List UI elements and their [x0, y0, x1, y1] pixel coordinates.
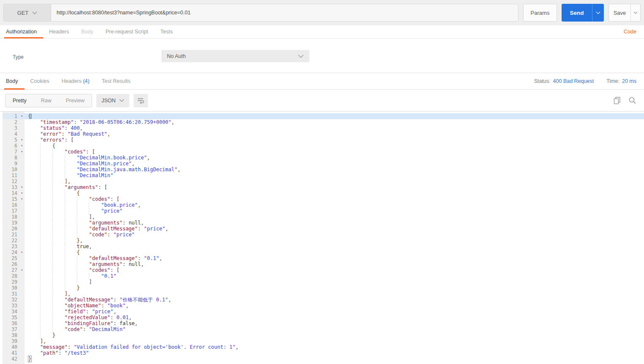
view-mode-group: Pretty Raw Preview	[5, 94, 92, 107]
line-number-gutter: 1▾2345▾6▾7▾8910111213▾14▾15▾161718192021…	[3, 112, 25, 364]
code-line: },	[25, 238, 644, 244]
code-line: "objectName": "book",	[25, 303, 644, 309]
tab-prerequest-script[interactable]: Pre-request Script	[106, 25, 148, 38]
code-line: "DecimalMin.book.price",	[25, 155, 644, 161]
code-line: "status": 400,	[25, 125, 644, 131]
send-button[interactable]: Send	[562, 4, 592, 22]
request-tabs: Authorization Headers Body Pre-request S…	[0, 25, 644, 38]
response-body-editor[interactable]: 1▾2345▾6▾7▾8910111213▾14▾15▾161718192021…	[0, 111, 644, 364]
code-line: {	[25, 113, 644, 119]
line-number: 25	[3, 255, 25, 261]
auth-type-value: No Auth	[167, 53, 186, 59]
line-number: 22	[3, 238, 25, 244]
wrap-text-icon	[137, 97, 145, 104]
params-button[interactable]: Params	[523, 4, 557, 22]
tab-authorization[interactable]: Authorization	[6, 25, 37, 38]
tab-tests[interactable]: Tests	[160, 25, 172, 38]
save-options-button[interactable]	[631, 4, 640, 21]
view-mode-preview[interactable]: Preview	[59, 94, 92, 107]
code-line: {	[25, 143, 644, 149]
search-icon[interactable]	[628, 96, 636, 104]
code-line: {	[25, 249, 644, 255]
chevron-down-icon	[119, 99, 124, 102]
fold-toggle-icon[interactable]: ▾	[21, 113, 23, 119]
auth-type-select[interactable]: No Auth	[161, 50, 309, 62]
code-line: "DecimalMin.price",	[25, 161, 644, 167]
send-options-button[interactable]	[592, 4, 604, 22]
view-mode-raw[interactable]: Raw	[34, 94, 59, 107]
http-method-select[interactable]: GET	[4, 4, 51, 21]
request-url-input[interactable]: http://localhost:8080/test3?name=SpringB…	[51, 4, 518, 21]
auth-type-label: Type	[13, 54, 24, 60]
fold-toggle-icon[interactable]: ▾	[21, 137, 23, 143]
line-number: 23	[3, 244, 25, 249]
time-value: 20 ms	[622, 78, 636, 84]
tab-cookies[interactable]: Cookies	[30, 73, 49, 89]
tab-response-body[interactable]: Body	[6, 73, 18, 89]
line-number: 11	[3, 172, 25, 178]
line-number: 33	[3, 303, 25, 309]
tab-body[interactable]: Body	[81, 25, 93, 38]
view-mode-pretty[interactable]: Pretty	[5, 94, 34, 107]
wrap-text-button[interactable]	[134, 94, 148, 107]
chevron-down-icon	[298, 55, 304, 58]
line-number: 12	[3, 178, 25, 184]
code-link[interactable]: Code	[624, 29, 636, 35]
line-number: 14▾	[3, 190, 25, 196]
code-line: "arguments": null,	[25, 220, 644, 226]
code-line: {	[25, 190, 644, 196]
tab-response-headers[interactable]: Headers (4)	[62, 73, 90, 89]
line-number: 35	[3, 315, 25, 320]
line-number: 2	[3, 119, 25, 125]
line-number: 24▾	[3, 249, 25, 255]
fold-toggle-icon[interactable]: ▾	[21, 249, 23, 255]
language-select[interactable]: JSON	[96, 94, 129, 107]
fold-toggle-icon[interactable]: ▾	[21, 149, 23, 155]
line-number: 9	[3, 161, 25, 167]
viewer-actions	[613, 96, 636, 104]
code-line: ]	[25, 279, 644, 285]
code-line: }	[25, 285, 644, 291]
fold-toggle-icon[interactable]: ▾	[21, 196, 23, 202]
line-number: 38	[3, 332, 25, 338]
tab-headers[interactable]: Headers	[49, 25, 69, 38]
code-line: "error": "Bad Request",	[25, 131, 644, 137]
line-number: 42	[3, 356, 25, 362]
copy-icon[interactable]	[613, 96, 621, 104]
line-number: 31	[3, 291, 25, 297]
response-viewer-toolbar: Pretty Raw Preview JSON	[0, 90, 644, 111]
http-method-value: GET	[17, 10, 29, 16]
line-number: 39	[3, 338, 25, 344]
chevron-down-icon	[32, 11, 37, 14]
code-line: ],	[25, 338, 644, 344]
send-split-button: Send	[562, 4, 604, 22]
code-line: "bindingFailure": false,	[25, 320, 644, 326]
line-number: 10	[3, 167, 25, 172]
line-number: 34	[3, 309, 25, 315]
response-headers-label: Headers	[62, 78, 82, 84]
line-number: 4	[3, 131, 25, 137]
tab-test-results[interactable]: Test Results	[102, 73, 131, 89]
chevron-down-icon	[596, 11, 600, 14]
fold-toggle-icon[interactable]: ▾	[21, 143, 23, 149]
time-label: Time:	[606, 78, 619, 84]
text-cursor	[31, 114, 31, 119]
line-number: 1▾	[3, 113, 25, 119]
line-number: 26	[3, 261, 25, 267]
code-line: "codes": [	[25, 196, 644, 202]
fold-toggle-icon[interactable]: ▾	[21, 184, 23, 190]
save-button[interactable]: Save	[609, 4, 631, 21]
code-line: "rejectedValue": 0.01,	[25, 315, 644, 320]
code-line: "message": "Validation failed for object…	[25, 344, 644, 350]
line-number: 7▾	[3, 149, 25, 155]
code-line: "arguments": null,	[25, 261, 644, 267]
line-number: 16	[3, 202, 25, 208]
code-line: "code": "DecimalMin"	[25, 326, 644, 332]
code-line: true,	[25, 244, 644, 249]
fold-toggle-icon[interactable]: ▾	[21, 190, 23, 196]
code-line: "timestamp": "2018-06-05T06:46:20.759+00…	[25, 119, 644, 125]
status-badge: 400 Bad Request	[553, 78, 594, 84]
fold-toggle-icon[interactable]: ▾	[21, 267, 23, 273]
line-number: 40	[3, 344, 25, 350]
code-pane: {"timestamp": "2018-06-05T06:46:20.759+0…	[25, 112, 644, 364]
